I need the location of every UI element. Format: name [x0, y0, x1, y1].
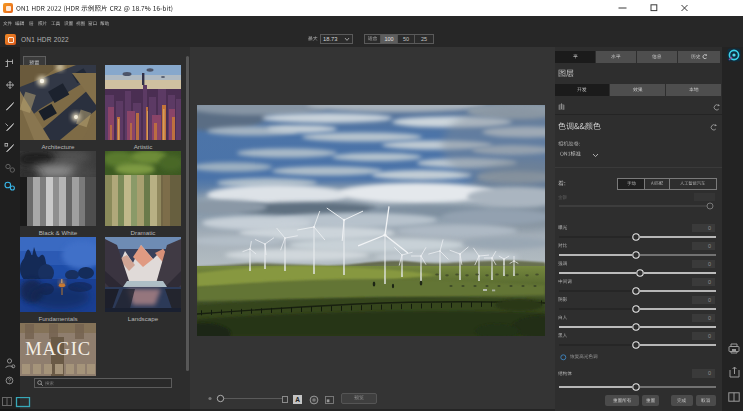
svg-text:MAGIC: MAGIC [25, 339, 91, 359]
